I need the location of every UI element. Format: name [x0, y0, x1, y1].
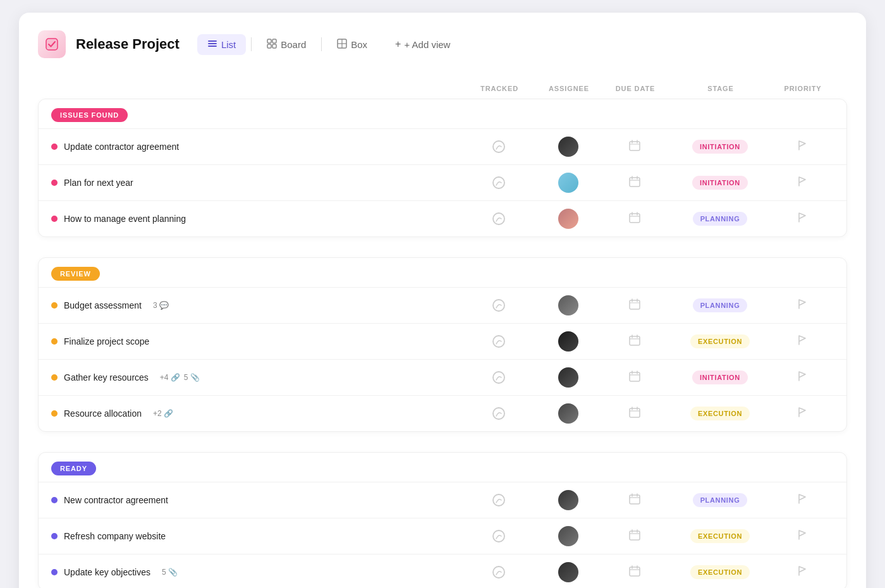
add-view-label: + Add view [404, 39, 450, 50]
stage-badge: EXECUTION [690, 407, 750, 420]
stage-cell: INITIATION [669, 140, 771, 154]
table-row[interactable]: Finalize project scope EXECUTION [39, 323, 846, 359]
svg-point-38 [493, 408, 504, 419]
assignee-cell [537, 526, 600, 546]
tracked-icon [492, 565, 506, 579]
task-name-cell: Update key objectives5 📎 [51, 567, 461, 577]
priority-flag-icon [797, 176, 807, 190]
tracked-cell [461, 407, 537, 420]
task-status-dot [51, 533, 58, 539]
tracked-icon [492, 371, 506, 384]
due-date-cell [600, 370, 669, 386]
priority-cell [771, 407, 834, 420]
table-row[interactable]: Gather key resources+4 🔗5 📎 INITIATION [39, 359, 846, 395]
priority-cell [771, 212, 834, 226]
avatar [558, 173, 578, 193]
sections-container: ISSUES FOUNDUpdate contractor agreement … [38, 99, 847, 588]
table-row[interactable]: How to manage event planning PLANNING [39, 200, 846, 236]
stage-cell: EXECUTION [669, 407, 771, 420]
assignee-cell [537, 562, 600, 582]
table-row[interactable]: Update key objectives5 📎 EXECUTION [39, 554, 846, 588]
calendar-icon [628, 139, 641, 155]
tab-box[interactable]: Box [327, 34, 377, 55]
assignee-cell [537, 331, 600, 352]
table-row[interactable]: Update contractor agreement INITIATION [39, 128, 846, 164]
svg-rect-24 [630, 300, 640, 309]
priority-flag-icon [797, 493, 807, 507]
svg-rect-54 [630, 567, 640, 576]
task-name-label: Finalize project scope [64, 336, 149, 346]
task-name-cell: New contractor agreement [51, 495, 461, 505]
tracked-icon [492, 493, 506, 507]
avatar [558, 367, 578, 388]
task-name-label: Update contractor agreement [64, 142, 179, 152]
priority-cell [771, 565, 834, 579]
task-status-dot [51, 497, 58, 503]
task-meta-badge: +2 🔗 [153, 409, 173, 418]
avatar [558, 526, 578, 546]
svg-rect-34 [630, 372, 640, 381]
nav-tabs: List Board [197, 34, 377, 55]
table-row[interactable]: Refresh company website EXECUTION [39, 518, 846, 554]
task-status-dot [51, 569, 58, 575]
board-icon [267, 39, 277, 51]
svg-point-33 [493, 372, 504, 383]
task-meta: 3 💬 [153, 301, 169, 310]
svg-rect-14 [630, 178, 640, 187]
tracked-cell [461, 140, 537, 154]
table-row[interactable]: New contractor agreement PLANNING [39, 482, 846, 518]
table-row[interactable]: Budget assessment3 💬 PLANNING [39, 287, 846, 323]
priority-flag-icon [797, 371, 807, 384]
stage-badge: PLANNING [693, 212, 748, 226]
due-date-cell [600, 529, 669, 544]
avatar [558, 490, 578, 510]
task-status-dot [51, 144, 58, 150]
task-status-dot [51, 338, 58, 345]
section-badge-issues-found: ISSUES FOUND [51, 108, 128, 122]
table-row[interactable]: Resource allocation+2 🔗 EXECUTION [39, 395, 846, 431]
assignee-cell [537, 403, 600, 424]
add-view-button[interactable]: + + Add view [388, 34, 458, 54]
assignee-cell [537, 209, 600, 229]
task-status-dot [51, 374, 58, 381]
table-row[interactable]: Plan for next year INITIATION [39, 164, 846, 200]
add-icon: + [395, 39, 401, 50]
stage-badge: INITIATION [692, 176, 748, 190]
avatar [558, 562, 578, 582]
tracked-icon [492, 529, 506, 543]
col-task [51, 85, 461, 92]
assignee-cell [537, 367, 600, 388]
task-name-cell: Gather key resources+4 🔗5 📎 [51, 372, 461, 383]
tracked-icon [492, 334, 506, 348]
app-title: Release Project [76, 36, 180, 52]
tab-board[interactable]: Board [257, 34, 316, 55]
tracked-cell [461, 565, 537, 579]
calendar-icon [628, 211, 641, 227]
due-date-cell [600, 175, 669, 191]
calendar-icon [628, 565, 641, 580]
svg-point-43 [493, 494, 504, 506]
section-label-row-ready: READY [39, 453, 846, 482]
svg-rect-39 [630, 408, 640, 417]
task-name-label: New contractor agreement [64, 495, 168, 505]
priority-flag-icon [797, 565, 807, 579]
section-review: REVIEWBudget assessment3 💬 PLANNING Fina… [38, 257, 847, 432]
svg-rect-4 [272, 44, 276, 48]
svg-point-53 [493, 567, 504, 578]
priority-cell [771, 140, 834, 154]
stage-badge: EXECUTION [690, 334, 750, 348]
section-card-issues-found: ISSUES FOUNDUpdate contractor agreement … [38, 99, 847, 237]
svg-rect-2 [272, 39, 276, 43]
priority-flag-icon [797, 334, 807, 348]
tracked-cell [461, 371, 537, 384]
task-name-label: Update key objectives [64, 567, 150, 577]
task-name-cell: Budget assessment3 💬 [51, 300, 461, 310]
task-name-cell: Plan for next year [51, 178, 461, 188]
priority-cell [771, 176, 834, 190]
tab-list[interactable]: List [197, 34, 246, 55]
section-card-ready: READYNew contractor agreement PLANNING R… [38, 452, 847, 588]
tracked-icon [492, 140, 506, 154]
assignee-cell [537, 295, 600, 315]
col-stage: STAGE [670, 85, 771, 92]
avatar [558, 331, 578, 352]
